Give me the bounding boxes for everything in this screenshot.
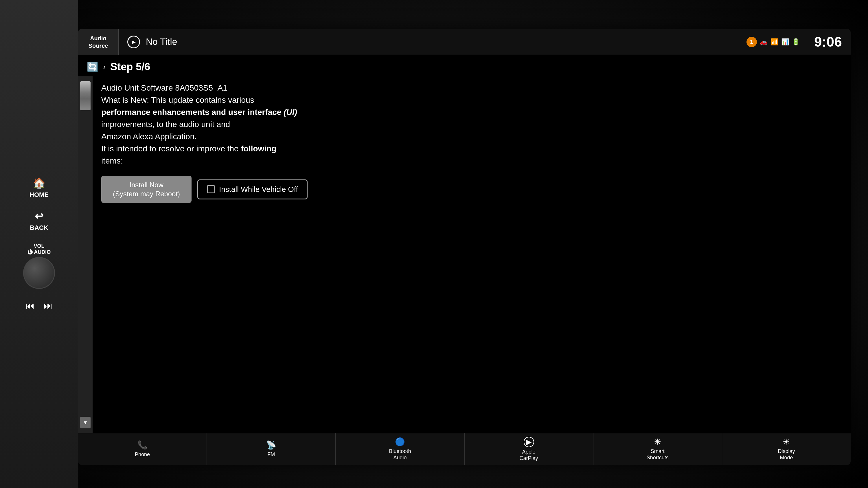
car-signal-icon: 🚗 (760, 38, 768, 46)
smart-shortcuts-icon: ✳ (654, 437, 661, 447)
update-body-line3: improvements, to the audio unit and (101, 120, 230, 129)
status-icons: 1 🚗 📶 📊 🔋 (741, 37, 806, 47)
vol-label: VOL⏻ AUDIO (28, 243, 51, 255)
step-header: 🔄 › Step 5/6 (78, 55, 850, 76)
rewind-button[interactable]: ⏮ (26, 300, 35, 311)
fm-label: FM (267, 452, 275, 458)
content-body: ▼ Audio Unit Software 8A0503S5_A1 What i… (78, 76, 850, 433)
home-icon: 🏠 (33, 177, 46, 189)
back-button[interactable]: ↩ BACK (30, 210, 48, 232)
signal-bars-icon: 📊 (781, 38, 789, 46)
refresh-icon: 🔄 (87, 61, 98, 72)
nav-display-mode[interactable]: ☀ DisplayMode (722, 433, 850, 465)
nav-carplay[interactable]: ▶ AppleCarPlay (465, 433, 593, 465)
fast-forward-button[interactable]: ⏭ (43, 300, 53, 311)
scene: 🏠 HOME ↩ BACK VOL⏻ AUDIO ⏮ ⏭ AudioSource… (0, 0, 868, 488)
now-playing-area: ▶ No Title (119, 36, 741, 48)
content-area: 🔄 › Step 5/6 ▼ Audio Unit Software 8A050… (78, 55, 850, 433)
back-label: BACK (30, 224, 48, 232)
volume-knob[interactable] (23, 257, 55, 289)
update-title: Audio Unit Software 8A0503S5_A1 (101, 83, 227, 92)
carplay-label: AppleCarPlay (520, 449, 538, 461)
battery-icon: 🔋 (792, 38, 800, 46)
play-icon: ▶ (127, 36, 140, 48)
nav-bluetooth[interactable]: 🔵 BluetoothAudio (336, 433, 464, 465)
phone-label: Phone (135, 452, 150, 458)
update-body-line5: It is intended to resolve or improve the… (101, 144, 276, 153)
action-buttons: Install Now (System may Reboot) Install … (101, 176, 842, 203)
chevron-right-icon: › (103, 62, 105, 71)
display-mode-label: DisplayMode (778, 448, 795, 461)
phone-icon: 📞 (137, 440, 148, 450)
scroll-down-button[interactable]: ▼ (80, 417, 91, 428)
update-body-line2: performance enhancements and user interf… (101, 108, 297, 117)
nav-fm[interactable]: 📡 FM (207, 433, 336, 465)
fm-icon: 📡 (266, 440, 276, 450)
home-label: HOME (30, 191, 49, 199)
nav-phone[interactable]: 📞 Phone (78, 433, 207, 465)
display-mode-icon: ☀ (783, 437, 790, 447)
bottom-nav: 📞 Phone 📡 FM 🔵 BluetoothAudio ▶ AppleCar… (78, 433, 850, 465)
update-content: Audio Unit Software 8A0503S5_A1 What is … (93, 76, 850, 433)
audio-source-button[interactable]: AudioSource (78, 29, 119, 55)
header: AudioSource ▶ No Title 1 🚗 📶 📊 🔋 9:06 (78, 29, 850, 55)
scroll-thumb[interactable] (80, 81, 91, 110)
back-icon: ↩ (35, 210, 43, 222)
wifi-icon: 📶 (771, 38, 778, 46)
install-off-checkbox[interactable] (207, 185, 215, 193)
bluetooth-icon: 🔵 (395, 437, 405, 447)
install-now-button[interactable]: Install Now (System may Reboot) (101, 176, 191, 203)
update-description: Audio Unit Software 8A0503S5_A1 What is … (101, 82, 842, 167)
nav-smart-shortcuts[interactable]: ✳ SmartShortcuts (593, 433, 722, 465)
update-body-line1: What is New: This update contains variou… (101, 95, 254, 104)
scrollbar[interactable]: ▼ (78, 76, 93, 433)
notification-count: 1 (750, 38, 753, 45)
bluetooth-label: BluetoothAudio (389, 448, 411, 461)
home-button[interactable]: 🏠 HOME (30, 177, 49, 199)
smart-shortcuts-label: SmartShortcuts (647, 448, 669, 461)
vol-audio-control[interactable]: VOL⏻ AUDIO (23, 243, 55, 289)
install-while-off-button[interactable]: Install While Vehicle Off (197, 179, 308, 200)
install-while-off-label: Install While Vehicle Off (219, 185, 298, 194)
skip-controls: ⏮ ⏭ (26, 300, 53, 311)
notification-badge: 1 (746, 37, 757, 47)
time-display: 9:06 (806, 34, 850, 50)
update-body-line6: items: (101, 156, 123, 165)
carplay-icon: ▶ (524, 437, 534, 447)
install-now-line2: (System may Reboot) (113, 190, 180, 198)
step-label: Step 5/6 (110, 61, 150, 73)
audio-source-label: AudioSource (89, 34, 108, 50)
main-screen: AudioSource ▶ No Title 1 🚗 📶 📊 🔋 9:06 🔄 (78, 29, 850, 465)
left-controls: 🏠 HOME ↩ BACK VOL⏻ AUDIO ⏮ ⏭ (0, 0, 78, 488)
update-body-line4: Amazon Alexa Application. (101, 132, 197, 141)
now-playing-title: No Title (146, 36, 177, 47)
install-now-line1: Install Now (129, 181, 163, 189)
